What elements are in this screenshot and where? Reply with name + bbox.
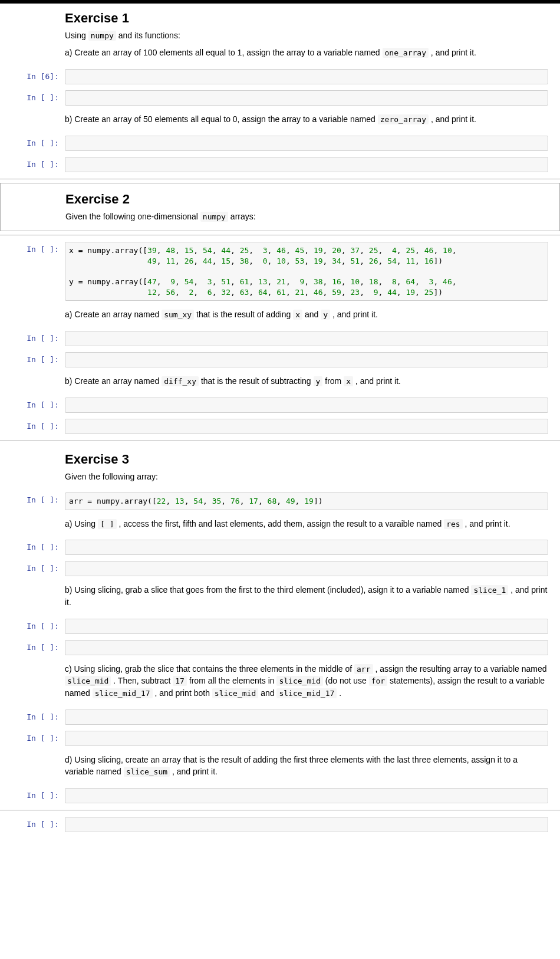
code-cell-ex2-arrays[interactable]: In [ ]: x = numpy.array([39, 48, 15, 54,…: [0, 239, 560, 304]
code-editor[interactable]: [65, 136, 548, 151]
code-editor[interactable]: [65, 540, 548, 555]
text: b) Using slicing, grab a slice that goes…: [65, 585, 471, 595]
text: from: [322, 376, 344, 386]
code-inline: y: [321, 310, 330, 320]
text: , and print it.: [170, 767, 218, 776]
code-cell[interactable]: In [ ]:: [0, 728, 560, 749]
code-cell[interactable]: In [6]:: [0, 66, 560, 87]
code-cell[interactable]: In [ ]:: [0, 814, 560, 835]
input-prompt: In [ ]:: [0, 710, 65, 725]
input-prompt: In [ ]:: [0, 242, 65, 301]
code-editor[interactable]: [65, 352, 548, 367]
code-cell[interactable]: In [ ]:: [0, 87, 560, 109]
text: .: [337, 688, 341, 698]
text: that is the result of subtracting: [199, 376, 314, 386]
code-editor[interactable]: x = numpy.array([39, 48, 15, 54, 44, 25,…: [65, 242, 548, 301]
code-cell[interactable]: In [ ]:: [0, 416, 560, 437]
selected-cell-outline: Exercise 2 Given the following one-dimen…: [0, 183, 560, 232]
markdown-cell-ex1[interactable]: Exercise 1 Using numpy and its functions…: [0, 4, 560, 66]
code-inline: for: [369, 676, 387, 686]
separator: [0, 179, 560, 179]
code-cell[interactable]: In [ ]:: [0, 637, 560, 658]
code-cell[interactable]: In [ ]:: [0, 707, 560, 728]
code-inline: arr: [354, 664, 373, 674]
code-inline: x: [293, 310, 302, 320]
markdown-cell-ex3[interactable]: Exercise 3 Given the following array:: [0, 445, 560, 490]
markdown-cell-ex3b[interactable]: b) Using slicing, grab a slice that goes…: [0, 579, 560, 615]
text: a) Create an array named: [65, 310, 162, 319]
code-cell[interactable]: In [ ]:: [0, 616, 560, 637]
text: and: [302, 310, 321, 319]
input-prompt: In [ ]:: [0, 136, 65, 151]
heading-ex1: Exercise 1: [65, 11, 548, 26]
code-inline: slice_1: [471, 585, 508, 595]
markdown-cell-ex1b[interactable]: b) Create an array of 50 elements all eq…: [0, 109, 560, 133]
code-cell-ex3-arr[interactable]: In [ ]: arr = numpy.array([22, 13, 54, 3…: [0, 490, 560, 513]
code-editor[interactable]: [65, 561, 548, 576]
code-editor[interactable]: [65, 398, 548, 413]
code-cell[interactable]: In [ ]:: [0, 395, 560, 416]
text: , assign the resulting array to a variab…: [373, 664, 547, 674]
code-editor[interactable]: [65, 817, 548, 832]
text: , and print it.: [429, 114, 476, 124]
code-cell[interactable]: In [ ]:: [0, 558, 560, 579]
code-cell[interactable]: In [ ]:: [0, 133, 560, 154]
ex1-part-b: b) Create an array of 50 elements all eq…: [65, 113, 548, 126]
code-inline: numpy: [200, 212, 228, 222]
code-editor[interactable]: [65, 90, 548, 106]
code-editor[interactable]: [65, 710, 548, 725]
notebook-body: Exercise 1 Using numpy and its functions…: [0, 4, 560, 835]
markdown-cell-ex2a[interactable]: a) Create an array named sum_xy that is …: [0, 304, 560, 328]
code-cell[interactable]: In [ ]:: [0, 349, 560, 370]
text: b) Create an array named: [65, 376, 162, 386]
code-editor[interactable]: [65, 69, 548, 84]
ex1-intro: Using numpy and its functions:: [65, 29, 548, 42]
ex2-part-a: a) Create an array named sum_xy that is …: [65, 308, 548, 321]
ex3-part-d: d) Using slicing, create an array that i…: [65, 754, 548, 778]
input-prompt: In [ ]:: [0, 817, 65, 832]
code-inline: x: [344, 376, 353, 386]
input-prompt: In [ ]:: [0, 157, 65, 172]
text: from all the elements in: [187, 676, 277, 685]
code-editor[interactable]: [65, 331, 548, 346]
markdown-cell-ex3a[interactable]: a) Using [ ] , access the first, fifth a…: [0, 513, 560, 537]
code-cell[interactable]: In [ ]:: [0, 154, 560, 175]
markdown-cell-ex3d[interactable]: d) Using slicing, create an array that i…: [0, 749, 560, 785]
code-inline: slice_sum: [124, 767, 170, 777]
code-inline: slice_mid: [212, 688, 258, 698]
text: c) Using slicing, grab the slice that co…: [65, 664, 354, 674]
input-prompt: In [ ]:: [0, 561, 65, 576]
code-cell[interactable]: In [ ]:: [0, 328, 560, 349]
input-prompt: In [ ]:: [0, 352, 65, 367]
code-inline: y: [314, 376, 323, 386]
code-editor[interactable]: [65, 419, 548, 434]
code-editor[interactable]: [65, 157, 548, 172]
code-editor[interactable]: [65, 619, 548, 634]
markdown-cell-ex2b[interactable]: b) Create an array named diff_xy that is…: [0, 370, 560, 395]
text: , and print both: [153, 688, 212, 698]
markdown-cell-ex2[interactable]: Exercise 2 Given the following one-dimen…: [1, 185, 559, 230]
code-cell[interactable]: In [ ]:: [0, 785, 560, 806]
code-editor[interactable]: [65, 788, 548, 803]
text: , and print it.: [353, 376, 401, 386]
text: a) Using: [65, 519, 98, 528]
text: Using: [65, 31, 88, 40]
heading-ex2: Exercise 2: [65, 192, 548, 207]
ex1-part-a: a) Create an array of 100 elements all e…: [65, 47, 548, 59]
input-prompt: In [ ]:: [0, 540, 65, 555]
code-editor[interactable]: arr = numpy.array([22, 13, 54, 35, 76, 1…: [65, 492, 548, 510]
input-prompt: In [ ]:: [0, 788, 65, 803]
code-cell[interactable]: In [ ]:: [0, 537, 560, 558]
code-inline: [ ]: [98, 519, 116, 529]
ex2-intro: Given the following one-dimensional nump…: [65, 211, 548, 223]
text: arrays:: [228, 212, 256, 221]
markdown-cell-ex3c[interactable]: c) Using slicing, grab the slice that co…: [0, 658, 560, 707]
code-editor[interactable]: [65, 731, 548, 746]
code-editor[interactable]: [65, 640, 548, 655]
ex3-part-b: b) Using slicing, grab a slice that goes…: [65, 584, 548, 608]
text: that is the result of adding: [194, 310, 293, 319]
code-inline: 17: [173, 676, 187, 686]
input-prompt: In [ ]:: [0, 492, 65, 510]
input-prompt: In [ ]:: [0, 731, 65, 746]
text: (do not use: [323, 676, 369, 685]
